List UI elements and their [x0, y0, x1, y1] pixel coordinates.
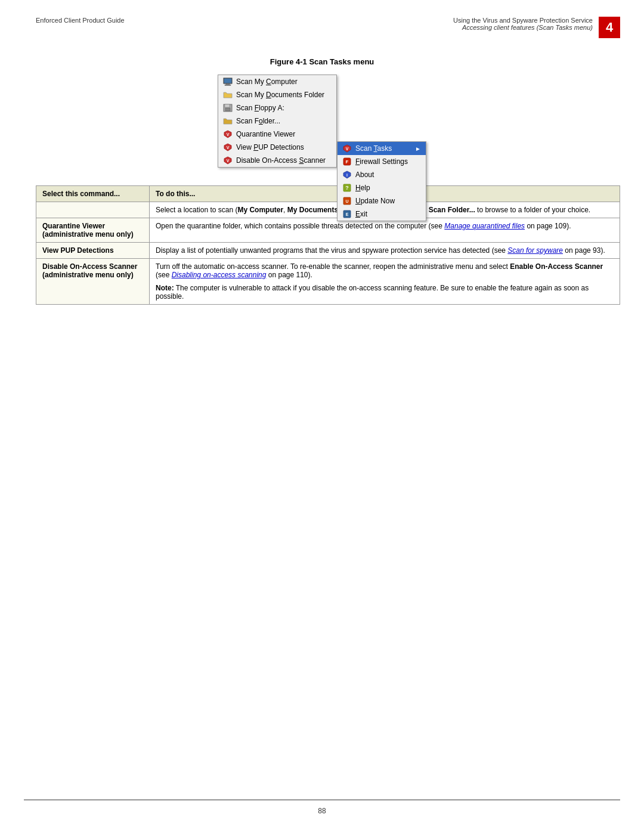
svg-text:V: V: [227, 159, 230, 163]
chapter-title: Using the Virus and Spyware Protection S…: [453, 17, 593, 24]
scan-folder-label: Scan Folder...: [236, 117, 280, 125]
quarantine-link[interactable]: Manage quarantined files: [444, 222, 525, 230]
disable-shield-icon: V: [223, 156, 233, 165]
menu-item-pup[interactable]: V View PUP Detections: [218, 141, 336, 154]
table-row: View PUP Detections Display a list of po…: [36, 243, 620, 259]
section-subtitle: Accessing client features (Scan Tasks me…: [453, 24, 593, 31]
svg-rect-4: [225, 104, 230, 107]
pup-cmd-bold: View PUP Detections: [42, 246, 114, 255]
footer-page-number: 88: [318, 807, 326, 815]
disable-cmd-bold: Disable On-Access Scanner: [42, 262, 137, 271]
quarantine-admin-note: (administrative menu only): [42, 230, 134, 239]
svg-text:?: ?: [345, 185, 349, 191]
quarantine-cmd-bold: Quarantine Viewer: [42, 222, 105, 230]
menu-item-scan-floppy[interactable]: Scan Floppy A:: [218, 101, 336, 114]
svg-text:i: i: [346, 173, 348, 177]
scan-floppy-label: Scan Floppy A:: [236, 104, 284, 112]
svg-rect-2: [225, 85, 231, 86]
col1-header: Select this command...: [36, 186, 150, 202]
bold-my-computer: My Computer: [237, 206, 283, 214]
svg-text:F: F: [346, 159, 349, 165]
header-left-text: Enforced Client Product Guide: [36, 17, 125, 24]
scan-tasks-label: Scan Tasks: [355, 144, 392, 153]
submenu: V Scan Tasks ► F Firewall Settings: [337, 141, 426, 221]
desc-cell-2: Open the quarantine folder, which contai…: [150, 218, 620, 243]
menu-item-scan-documents[interactable]: Scan My Documents Folder: [218, 88, 336, 101]
scan-spyware-link[interactable]: Scan for spyware: [507, 246, 563, 255]
exit-icon: E: [342, 209, 352, 219]
quarantine-shield-icon: V: [223, 129, 233, 139]
figure-title-text: Figure 4-1 Scan Tasks menu: [270, 57, 374, 66]
figure-title: Figure 4-1 Scan Tasks menu: [0, 57, 644, 66]
command-cell-3: View PUP Detections: [36, 243, 150, 259]
menu-item-quarantine[interactable]: V Quarantine Viewer: [218, 128, 336, 141]
folder-doc-icon: [223, 90, 233, 100]
quarantine-label: Quarantine Viewer: [236, 130, 295, 138]
update-label: Update Now: [355, 197, 395, 205]
help-label: Help: [355, 184, 370, 192]
help-icon: ?: [342, 183, 352, 193]
firewall-icon: F: [342, 157, 352, 166]
submenu-item-update[interactable]: U Update Now: [338, 194, 426, 208]
about-shield-icon: i: [342, 170, 352, 179]
table-row: Disable On-Access Scanner (administrativ…: [36, 259, 620, 305]
svg-rect-0: [224, 78, 232, 83]
table-row: Select a location to scan (My Computer, …: [36, 202, 620, 218]
enable-scanner-bold: Enable On-Access Scanner: [510, 262, 603, 271]
page-header: Enforced Client Product Guide Using the …: [0, 0, 644, 38]
menu-screenshot: Scan My Computer Scan My Documents Folde…: [0, 75, 644, 168]
svg-text:V: V: [346, 147, 349, 151]
disable-para1: Turn off the automatic on-access scanner…: [156, 262, 614, 279]
product-guide-label: Enforced Client Product Guide: [36, 17, 125, 24]
table-row: Quarantine Viewer (administrative menu o…: [36, 218, 620, 243]
update-icon: U: [342, 196, 352, 206]
floppy-icon: [223, 103, 233, 113]
menu-item-scan-folder[interactable]: Scan Folder...: [218, 114, 336, 128]
svg-text:V: V: [227, 145, 230, 150]
menu-item-disable[interactable]: V Disable On-Access Scanner: [218, 154, 336, 167]
disable-label: Disable On-Access Scanner: [236, 156, 326, 165]
scan-documents-label: Scan My Documents Folder: [236, 91, 324, 99]
monitor-icon: [223, 77, 233, 86]
page-footer: 88: [0, 807, 644, 815]
command-cell-2: Quarantine Viewer (administrative menu o…: [36, 218, 150, 243]
command-cell-1: [36, 202, 150, 218]
firewall-label: Firewall Settings: [355, 157, 408, 166]
footer-line: [24, 800, 620, 800]
submenu-item-about[interactable]: i About: [338, 168, 426, 181]
command-cell-4: Disable On-Access Scanner (administrativ…: [36, 259, 150, 305]
main-context-menu: Scan My Computer Scan My Documents Folde…: [218, 75, 337, 168]
menu-item-scan-computer[interactable]: Scan My Computer: [218, 75, 336, 88]
exit-label: Exit: [355, 210, 367, 218]
disabling-link[interactable]: Disabling on-access scanning: [172, 271, 267, 279]
page-number-box: 4: [599, 17, 620, 38]
scan-computer-label: Scan My Computer: [236, 78, 298, 86]
svg-text:E: E: [346, 212, 349, 216]
header-right-text: Using the Virus and Spyware Protection S…: [453, 17, 593, 31]
header-right: Using the Virus and Spyware Protection S…: [453, 17, 620, 38]
submenu-item-scan-tasks[interactable]: V Scan Tasks ►: [338, 142, 426, 155]
svg-rect-5: [225, 108, 230, 111]
desc-cell-3: Display a list of potentially unwanted p…: [150, 243, 620, 259]
svg-text:V: V: [227, 132, 230, 137]
about-label: About: [355, 171, 374, 179]
svg-rect-1: [226, 83, 230, 85]
disable-admin-note: (administrative menu only): [42, 271, 134, 279]
disable-note-para: Note: The computer is vulnerable to atta…: [156, 284, 614, 301]
submenu-item-firewall[interactable]: F Firewall Settings: [338, 155, 426, 168]
scan-tasks-shield-icon: V: [342, 144, 352, 153]
desc-cell-4: Turn off the automatic on-access scanner…: [150, 259, 620, 305]
folder-icon: [223, 116, 233, 126]
pup-label: View PUP Detections: [236, 143, 304, 151]
note-bold: Note:: [156, 284, 174, 292]
command-table: Select this command... To do this... Sel…: [36, 185, 620, 305]
chapter-number: 4: [606, 20, 613, 35]
command-table-container: Select this command... To do this... Sel…: [36, 185, 620, 305]
svg-text:U: U: [345, 199, 348, 203]
submenu-item-exit[interactable]: E Exit: [338, 208, 426, 221]
pup-shield-icon: V: [223, 143, 233, 152]
bold-scan-folder: Scan Folder...: [429, 206, 475, 214]
submenu-arrow-icon: ►: [415, 145, 421, 152]
submenu-item-help[interactable]: ? Help: [338, 181, 426, 194]
